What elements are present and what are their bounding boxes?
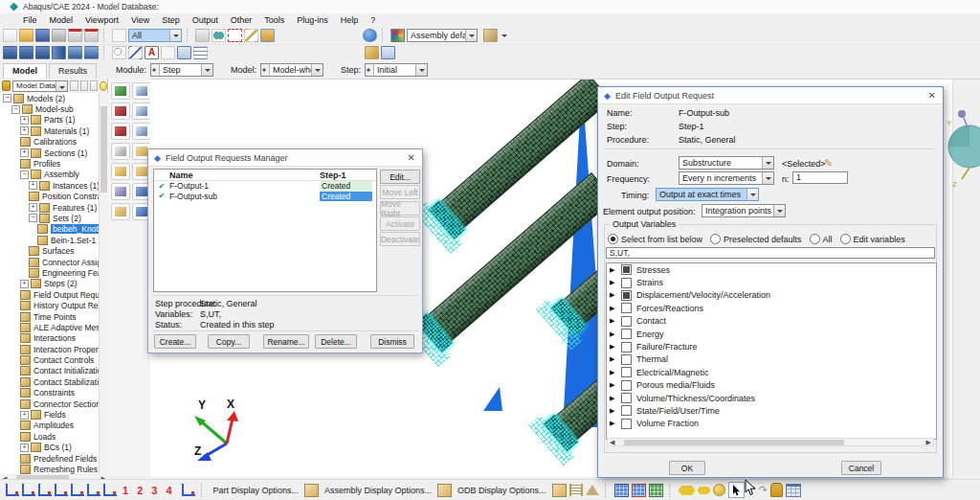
variable-category-thermal[interactable]: ▶Thermal xyxy=(607,353,936,366)
query-user-icon[interactable] xyxy=(770,483,783,497)
expand-arrow-icon[interactable]: ▶ xyxy=(607,420,621,427)
variable-category-contact[interactable]: ▶Contact xyxy=(607,315,936,328)
variables-expression-input[interactable]: S,UT, xyxy=(606,247,935,259)
view-orientation-icon-1[interactable] xyxy=(6,484,19,496)
radio-all[interactable]: All xyxy=(810,234,833,244)
domain-combobox[interactable]: Substructure xyxy=(679,156,774,170)
output-variables-list[interactable]: ▶Stresses▶Strains▶Displacement/Velocity/… xyxy=(606,262,937,440)
toolbox-icon-6[interactable] xyxy=(132,123,151,140)
tree-item-steps-2-[interactable]: +Steps (2) xyxy=(0,279,108,289)
checkbox-icon[interactable] xyxy=(621,303,632,313)
tree-item-assembly[interactable]: −Assembly xyxy=(0,170,108,180)
tree-item-beibeh-knoten[interactable]: beibeh_Knoten xyxy=(0,224,108,235)
checkbox-icon[interactable] xyxy=(621,316,632,327)
variable-category-energy[interactable]: ▶Energy xyxy=(607,328,936,340)
zoom-select-icon[interactable] xyxy=(112,46,126,59)
odb-display-cube-icon[interactable] xyxy=(552,484,567,497)
part-display-cube-icon[interactable] xyxy=(304,484,319,497)
single-set-icon[interactable] xyxy=(713,484,725,496)
menu-item-step[interactable]: Step xyxy=(162,15,180,25)
tree-expander-icon[interactable]: + xyxy=(20,443,29,452)
tree-item-interactions[interactable]: Interactions xyxy=(0,333,108,344)
tree-item-engineering-featu[interactable]: Engineering Featu xyxy=(0,267,108,278)
mesh-seed-display-icon[interactable] xyxy=(632,484,646,497)
column-header-name[interactable]: Name xyxy=(169,170,320,180)
dropdown-arrow-icon[interactable] xyxy=(746,189,758,200)
menu-item-output[interactable]: Output xyxy=(192,15,218,25)
tree-item-position-constrain[interactable]: Position Constrain xyxy=(0,192,108,202)
spinner-icon[interactable] xyxy=(151,64,160,76)
variable-category-strains[interactable]: ▶Strains xyxy=(607,276,936,288)
tree-root-combobox[interactable]: Model Datab xyxy=(12,80,68,92)
tree-filter-icon[interactable] xyxy=(80,80,88,91)
checkbox-icon[interactable] xyxy=(621,354,632,365)
dropdown-arrow-icon[interactable] xyxy=(465,30,477,41)
menu-item-help[interactable]: Help xyxy=(341,15,359,25)
box-zoom-icon[interactable] xyxy=(228,29,242,42)
tree-item-interaction-properties[interactable]: Interaction Properties xyxy=(0,344,108,354)
viewport-number-3[interactable]: 3 xyxy=(148,485,160,496)
view-cut-icon[interactable] xyxy=(260,29,275,42)
tree-item-loads[interactable]: Loads xyxy=(0,431,108,442)
color-mapping-combobox[interactable]: Assembly defaults xyxy=(407,29,478,42)
dialog-title-bar[interactable]: ◆ Edit Field Output Request ✕ xyxy=(598,87,943,104)
tree-item-materials-1-[interactable]: +Materials (1) xyxy=(0,125,108,136)
tree-item-constraints[interactable]: Constraints xyxy=(0,388,108,398)
dialog-title-bar[interactable]: ◆ Field Output Requests Manager ✕ xyxy=(148,149,422,167)
view-orientation-icon-6[interactable] xyxy=(87,484,100,496)
copy--button[interactable]: Copy... xyxy=(208,334,250,349)
scrollbar-thumb[interactable] xyxy=(100,106,107,193)
color-palette-icon[interactable] xyxy=(390,29,405,42)
variable-category-forces-reactions[interactable]: ▶Forces/Reactions xyxy=(607,302,936,314)
toolbox-icon-5[interactable] xyxy=(111,123,130,140)
checkbox-icon[interactable] xyxy=(621,367,632,377)
viewport-number-4[interactable]: 4 xyxy=(163,485,174,496)
scroll-right-icon[interactable]: ▶ xyxy=(924,439,933,446)
part-icon[interactable] xyxy=(365,46,379,59)
n-input[interactable]: 1 xyxy=(792,171,848,184)
triad-toggle-icon[interactable] xyxy=(182,484,195,496)
truss-display-icon[interactable] xyxy=(586,485,599,495)
frequency-combobox[interactable]: Every n increments xyxy=(679,171,774,185)
toolbox-icon-4[interactable] xyxy=(132,102,151,120)
variable-category-stresses[interactable]: ▶Stresses xyxy=(607,263,936,276)
dropdown-arrow-icon[interactable] xyxy=(201,64,212,76)
tree-expander-icon[interactable]: + xyxy=(20,148,29,157)
boolean-union-icon[interactable] xyxy=(679,485,695,496)
expand-arrow-icon[interactable]: ▶ xyxy=(607,317,621,325)
viewport-number-2[interactable]: 2 xyxy=(134,485,145,496)
dropdown-arrow-icon[interactable] xyxy=(762,172,773,184)
tree-item-features-1-[interactable]: +Features (1) xyxy=(0,202,108,213)
tree-expander-icon[interactable]: + xyxy=(20,126,29,135)
dropdown-arrow-icon[interactable] xyxy=(169,30,181,41)
toolbox-icon-13[interactable] xyxy=(111,203,130,220)
viewport-vertical-icon[interactable] xyxy=(52,46,66,59)
menu-item-viewport[interactable]: Viewport xyxy=(85,15,119,25)
ok-button[interactable]: OK xyxy=(669,461,705,475)
context-help-icon[interactable]: ? xyxy=(370,15,375,25)
expand-arrow-icon[interactable]: ▶ xyxy=(607,343,621,351)
rename--button[interactable]: Rename... xyxy=(263,334,309,349)
viewport-horizontal-icon[interactable] xyxy=(35,46,50,59)
tree-expander-icon[interactable]: − xyxy=(11,105,20,114)
viewport-cascade-icon[interactable] xyxy=(19,46,33,59)
tree-item-connector-assign[interactable]: Connector Assign xyxy=(0,257,108,267)
print-icon[interactable] xyxy=(52,29,66,42)
checkbox-icon[interactable] xyxy=(621,393,632,403)
tree-item-contact-stabilizations[interactable]: Contact Stabilizations xyxy=(0,376,108,387)
create--button[interactable]: Create... xyxy=(154,334,196,349)
checkbox-icon[interactable] xyxy=(621,342,632,352)
expand-arrow-icon[interactable]: ▶ xyxy=(607,305,621,312)
tree-item-contact-controls[interactable]: Contact Controls xyxy=(0,354,108,365)
tree-expander-icon[interactable]: − xyxy=(29,214,37,222)
variables-horizontal-scrollbar[interactable]: ◀ ▶ xyxy=(607,438,934,446)
new-model-icon[interactable] xyxy=(3,29,17,42)
selection-scope-combobox[interactable]: All xyxy=(128,29,182,42)
delete--button[interactable]: Delete... xyxy=(315,334,357,349)
edit--button[interactable]: Edit... xyxy=(380,170,420,184)
pan-arrow-icon[interactable] xyxy=(128,46,143,59)
tree-expander-icon[interactable]: + xyxy=(20,280,29,288)
dropdown-arrow-icon[interactable] xyxy=(773,205,785,216)
toolbox-icon-1[interactable] xyxy=(111,82,130,100)
context-field-combobox[interactable]: Step xyxy=(150,63,213,77)
